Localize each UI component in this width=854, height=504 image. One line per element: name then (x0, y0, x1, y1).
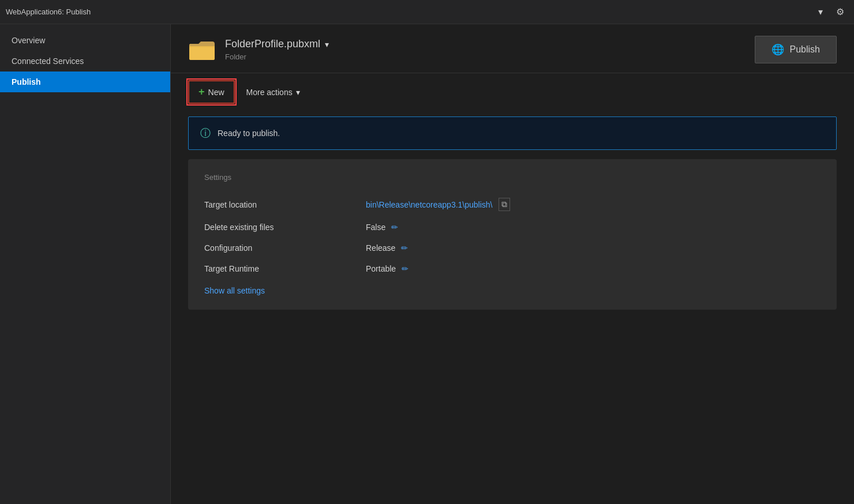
new-button-label: New (208, 88, 224, 97)
profile-name: FolderProfile.pubxml (225, 38, 320, 50)
more-actions-button[interactable]: More actions ▾ (244, 83, 302, 101)
info-icon: ⓘ (200, 126, 211, 140)
new-button[interactable]: + New (188, 80, 235, 104)
target-location-value: bin\Release\netcoreapp3.1\publish\ ⧉ (366, 198, 510, 211)
delete-files-val: False (366, 223, 385, 232)
sidebar-item-connected-services[interactable]: Connected Services (0, 51, 170, 72)
main-layout: Overview Connected Services Publish Fold… (0, 24, 854, 504)
toolbar: + New More actions ▾ (171, 73, 854, 111)
profile-header: FolderProfile.pubxml ▾ Folder 🌐 Publish (171, 24, 854, 73)
info-banner-text: Ready to publish. (218, 129, 280, 138)
publish-button[interactable]: 🌐 Publish (755, 36, 837, 63)
configuration-edit-icon[interactable]: ✏ (401, 243, 408, 253)
settings-row-target-runtime: Target Runtime Portable ✏ (204, 258, 821, 279)
settings-btn[interactable]: ⚙ (832, 4, 848, 20)
info-banner: ⓘ Ready to publish. (188, 116, 837, 150)
target-runtime-val: Portable (366, 264, 396, 273)
svg-rect-2 (189, 47, 215, 60)
publish-globe-icon: 🌐 (771, 43, 784, 56)
settings-title: Settings (204, 173, 821, 182)
sidebar-connected-services-label: Connected Services (12, 57, 84, 66)
delete-files-value: False ✏ (366, 223, 398, 232)
profile-name-row: FolderProfile.pubxml ▾ (225, 38, 755, 50)
title-bar: WebApplication6: Publish ▾ ⚙ (0, 0, 854, 24)
plus-icon: + (198, 86, 205, 98)
folder-icon (188, 36, 216, 63)
settings-card: Settings Target location bin\Release\net… (188, 159, 837, 310)
target-location-path[interactable]: bin\Release\netcoreapp3.1\publish\ (366, 200, 493, 209)
profile-info: FolderProfile.pubxml ▾ Folder (225, 38, 755, 61)
sidebar-overview-label: Overview (12, 36, 45, 45)
target-runtime-edit-icon[interactable]: ✏ (402, 264, 409, 273)
copy-icon[interactable]: ⧉ (499, 198, 510, 211)
dropdown-arrow-btn[interactable]: ▾ (812, 4, 829, 20)
sidebar-item-publish[interactable]: Publish (0, 72, 170, 92)
profile-dropdown-btn[interactable]: ▾ (325, 40, 329, 49)
target-location-label: Target location (204, 200, 366, 209)
more-actions-chevron-icon: ▾ (296, 88, 300, 97)
target-runtime-label: Target Runtime (204, 264, 366, 273)
delete-files-edit-icon[interactable]: ✏ (391, 223, 398, 232)
show-all-settings-link[interactable]: Show all settings (204, 286, 265, 295)
configuration-label: Configuration (204, 243, 366, 253)
more-actions-label: More actions (246, 88, 293, 97)
title-bar-controls: ▾ ⚙ (812, 4, 848, 20)
sidebar: Overview Connected Services Publish (0, 24, 171, 504)
target-runtime-value: Portable ✏ (366, 264, 409, 273)
publish-button-label: Publish (790, 44, 820, 55)
configuration-value: Release ✏ (366, 243, 408, 253)
profile-type: Folder (225, 52, 755, 61)
settings-row-target-location: Target location bin\Release\netcoreapp3.… (204, 192, 821, 217)
delete-files-label: Delete existing files (204, 223, 366, 232)
sidebar-publish-label: Publish (12, 77, 41, 86)
settings-row-configuration: Configuration Release ✏ (204, 238, 821, 258)
content-area: FolderProfile.pubxml ▾ Folder 🌐 Publish … (171, 24, 854, 504)
settings-row-delete-files: Delete existing files False ✏ (204, 217, 821, 238)
title-bar-text: WebApplication6: Publish (6, 7, 808, 16)
sidebar-item-overview[interactable]: Overview (0, 30, 170, 51)
configuration-val: Release (366, 243, 395, 253)
